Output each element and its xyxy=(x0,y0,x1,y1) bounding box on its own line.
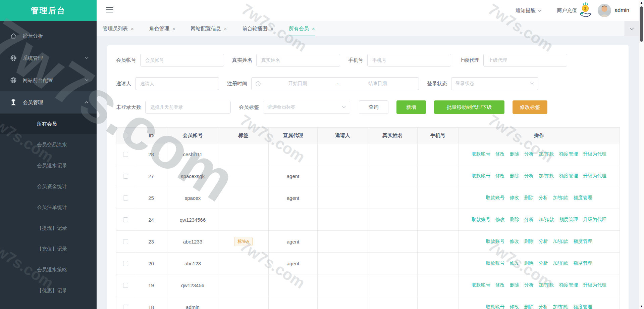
register-time-range-picker[interactable]: 开始日期 - 结束日期 xyxy=(251,77,419,90)
op-link-额度管理[interactable]: 额度管理 xyxy=(573,304,592,309)
batch-move-to-agent-button[interactable]: 批量移动到代理下级 xyxy=(434,100,504,114)
op-link-加/扣款[interactable]: 加/扣款 xyxy=(539,151,554,157)
tab-网站配置信息[interactable]: 网站配置信息 × xyxy=(191,21,227,36)
sidebar-subitem-所有会员[interactable]: 所有会员 xyxy=(0,114,97,134)
op-link-额度管理[interactable]: 额度管理 xyxy=(559,282,578,288)
edit-tag-button[interactable]: 修改标签 xyxy=(513,100,547,114)
sidebar-item-经营分析[interactable]: 经营分析 xyxy=(0,25,97,47)
op-link-修改[interactable]: 修改 xyxy=(495,282,505,288)
sidebar-subitem-会员返水策略[interactable]: 会员返水策略 xyxy=(0,259,97,280)
sidebar-subitem-会员注单统计[interactable]: 会员注单统计 xyxy=(0,197,97,218)
parent-agent-input[interactable] xyxy=(483,54,567,67)
op-link-取款账号[interactable]: 取款账号 xyxy=(472,217,490,223)
op-link-加/扣款[interactable]: 加/扣款 xyxy=(553,304,569,309)
close-icon[interactable]: × xyxy=(270,26,273,32)
close-icon[interactable]: × xyxy=(172,26,175,32)
op-link-删除[interactable]: 删除 xyxy=(510,151,519,157)
username-label[interactable]: admin xyxy=(614,7,629,13)
op-link-加/扣款[interactable]: 加/扣款 xyxy=(553,260,569,266)
op-link-分析[interactable]: 分析 xyxy=(539,304,548,309)
sidebar-subitem-【充值】记录[interactable]: 【充值】记录 xyxy=(0,238,97,259)
op-link-取款账号[interactable]: 取款账号 xyxy=(472,282,490,288)
sidebar-subitem-会员资金统计[interactable]: 会员资金统计 xyxy=(0,176,97,197)
op-link-额度管理[interactable]: 额度管理 xyxy=(573,260,592,266)
close-icon[interactable]: × xyxy=(131,26,134,32)
op-link-升级为代理[interactable]: 升级为代理 xyxy=(583,217,606,223)
op-link-升级为代理[interactable]: 升级为代理 xyxy=(583,282,606,288)
op-link-取款账号[interactable]: 取款账号 xyxy=(472,151,490,157)
op-link-取款账号[interactable]: 取款账号 xyxy=(486,304,505,309)
scrollbar-thumb[interactable] xyxy=(640,6,643,42)
close-icon[interactable]: × xyxy=(224,26,227,32)
row-checkbox[interactable] xyxy=(123,283,128,288)
op-link-额度管理[interactable]: 额度管理 xyxy=(559,217,578,223)
member-account-input[interactable] xyxy=(140,54,224,67)
op-link-删除[interactable]: 删除 xyxy=(524,260,534,266)
op-link-额度管理[interactable]: 额度管理 xyxy=(573,195,592,201)
row-checkbox[interactable] xyxy=(123,305,128,309)
op-link-修改[interactable]: 修改 xyxy=(495,217,505,223)
op-link-删除[interactable]: 删除 xyxy=(510,282,519,288)
op-link-删除[interactable]: 删除 xyxy=(524,304,534,309)
op-link-额度管理[interactable]: 额度管理 xyxy=(573,238,592,245)
merchant-recharge-button[interactable]: 商户充值 $ xyxy=(557,2,592,18)
op-link-删除[interactable]: 删除 xyxy=(510,217,519,223)
op-link-修改[interactable]: 修改 xyxy=(510,195,519,201)
op-link-分析[interactable]: 分析 xyxy=(524,151,534,157)
op-link-取款账号[interactable]: 取款账号 xyxy=(486,195,505,201)
row-checkbox[interactable] xyxy=(123,239,128,244)
op-link-修改[interactable]: 修改 xyxy=(495,151,505,157)
sidebar-item-会员管理[interactable]: 会员管理 xyxy=(0,91,97,114)
op-link-分析[interactable]: 分析 xyxy=(539,238,548,245)
op-link-加/扣款[interactable]: 加/扣款 xyxy=(539,282,554,288)
op-link-删除[interactable]: 删除 xyxy=(510,173,519,179)
tab-管理员列表[interactable]: 管理员列表 × xyxy=(103,21,134,36)
tab-所有会员[interactable]: 所有会员 × xyxy=(289,21,315,36)
op-link-分析[interactable]: 分析 xyxy=(524,217,534,223)
close-icon[interactable]: × xyxy=(312,26,315,32)
op-link-修改[interactable]: 修改 xyxy=(495,173,505,179)
tab-前台轮播图[interactable]: 前台轮播图 × xyxy=(242,21,273,36)
login-state-select[interactable]: 登录状态 xyxy=(451,77,538,90)
op-link-额度管理[interactable]: 额度管理 xyxy=(559,151,578,157)
op-link-取款账号[interactable]: 取款账号 xyxy=(486,260,505,266)
op-link-修改[interactable]: 修改 xyxy=(510,238,519,245)
end-date-placeholder[interactable]: 结束日期 xyxy=(340,81,415,87)
scroll-up-arrow[interactable]: ▲ xyxy=(639,0,644,5)
op-link-分析[interactable]: 分析 xyxy=(539,260,548,266)
sidebar-subitem-会员交易流水[interactable]: 会员交易流水 xyxy=(0,134,97,155)
sidebar-subitem-会员返水记录[interactable]: 会员返水记录 xyxy=(0,155,97,176)
op-link-加/扣款[interactable]: 加/扣款 xyxy=(553,238,569,245)
op-link-加/扣款[interactable]: 加/扣款 xyxy=(539,173,554,179)
no-login-days-input[interactable] xyxy=(145,101,231,114)
op-link-删除[interactable]: 删除 xyxy=(524,195,534,201)
inviter-input[interactable] xyxy=(135,77,219,90)
op-link-升级为代理[interactable]: 升级为代理 xyxy=(583,173,606,179)
member-tag-select[interactable]: 请选会员标签 xyxy=(263,101,350,114)
sidebar-item-网站前台配置[interactable]: 网站前台配置 xyxy=(0,69,97,91)
op-link-修改[interactable]: 修改 xyxy=(510,260,519,266)
sidebar-subitem-【提现】记录[interactable]: 【提现】记录 xyxy=(0,218,97,238)
op-link-分析[interactable]: 分析 xyxy=(539,195,548,201)
vertical-scrollbar[interactable]: ▲ ▼ xyxy=(639,0,644,309)
add-button[interactable]: 新增 xyxy=(396,100,426,114)
row-checkbox[interactable] xyxy=(123,261,128,266)
tab-list-chevron-down-icon[interactable] xyxy=(625,21,639,36)
op-link-取款账号[interactable]: 取款账号 xyxy=(486,238,505,245)
start-date-placeholder[interactable]: 开始日期 xyxy=(261,81,335,87)
op-link-删除[interactable]: 删除 xyxy=(524,238,534,245)
op-link-分析[interactable]: 分析 xyxy=(524,282,534,288)
op-link-修改[interactable]: 修改 xyxy=(510,304,519,309)
row-checkbox[interactable] xyxy=(123,174,128,179)
op-link-升级为代理[interactable]: 升级为代理 xyxy=(583,151,606,157)
notice-dropdown[interactable]: 通知提醒 xyxy=(515,7,535,14)
select-all-checkbox[interactable] xyxy=(123,133,128,138)
tab-角色管理[interactable]: 角色管理 × xyxy=(149,21,175,36)
user-avatar[interactable] xyxy=(598,4,611,17)
scroll-down-arrow[interactable]: ▼ xyxy=(639,304,644,309)
search-button[interactable]: 查询 xyxy=(359,100,388,114)
row-checkbox[interactable] xyxy=(123,152,128,157)
row-checkbox[interactable] xyxy=(123,217,128,222)
op-link-取款账号[interactable]: 取款账号 xyxy=(472,173,490,179)
sidebar-item-系统管理[interactable]: 系统管理 xyxy=(0,47,97,69)
